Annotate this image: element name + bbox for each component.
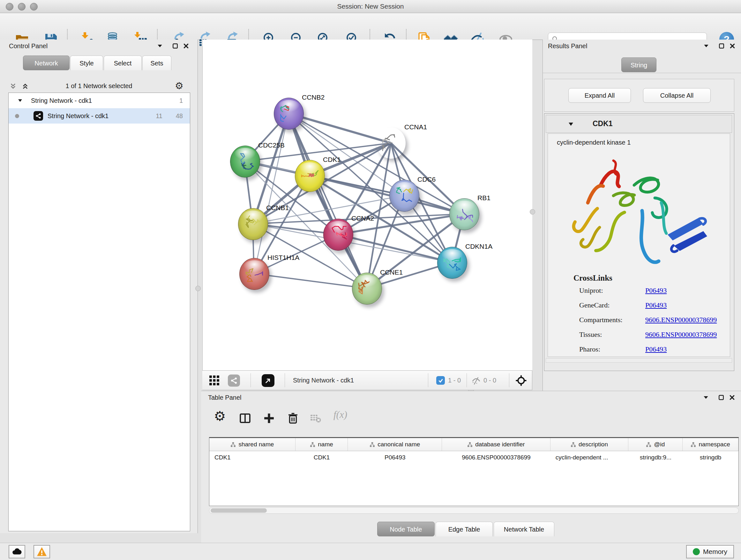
column-header-canonical-name[interactable]: canonical name bbox=[348, 438, 442, 451]
column-header-database-identifier[interactable]: database identifier bbox=[442, 438, 550, 451]
node-label-cdkn1a: CDKN1A bbox=[465, 243, 492, 250]
network-canvas[interactable]: CCNB2CCNA1CDC25BCDK1CDC6RB1CCNB1CCNA2CDK… bbox=[202, 40, 532, 370]
network-node-cdc6[interactable] bbox=[389, 180, 419, 212]
crosslink-label: Pharos: bbox=[579, 345, 600, 353]
table-panel-title: Table Panel bbox=[208, 394, 242, 401]
tab-string[interactable]: String bbox=[621, 57, 657, 72]
column-type-icon bbox=[369, 442, 375, 447]
network-node-ccna1[interactable] bbox=[376, 127, 406, 159]
tab-style[interactable]: Style bbox=[70, 56, 103, 70]
network-view-toolbar: String Network - cdk1 1 - 0 0 - 0 bbox=[202, 370, 532, 390]
crosslink-value-link[interactable]: P06493 bbox=[645, 345, 667, 354]
open-in-window-icon[interactable] bbox=[262, 374, 274, 387]
crosslink-value-link[interactable]: 9606.ENSP00000378699 bbox=[645, 316, 717, 324]
cloud-icon[interactable] bbox=[9, 545, 25, 558]
network-node-ccnb1[interactable] bbox=[238, 208, 268, 240]
column-header-shared-name[interactable]: shared name bbox=[209, 438, 295, 451]
column-header--id[interactable]: @id bbox=[628, 438, 683, 451]
tab-sets[interactable]: Sets bbox=[142, 56, 172, 70]
network-node-ccne1[interactable] bbox=[352, 273, 382, 305]
tab-edge-table[interactable]: Edge Table bbox=[435, 522, 493, 537]
expand-all-button[interactable]: Expand All bbox=[568, 88, 631, 103]
collapse-all-button[interactable]: Collapse All bbox=[643, 88, 711, 103]
tab-network[interactable]: Network bbox=[23, 56, 70, 70]
table-cell[interactable]: 9606.ENSP00000378699 bbox=[442, 451, 550, 464]
selected-checkbox[interactable] bbox=[436, 376, 445, 385]
network-node-hist1h1a[interactable] bbox=[239, 258, 269, 290]
split-columns-icon[interactable] bbox=[239, 412, 252, 425]
collection-expander-icon[interactable] bbox=[17, 98, 23, 103]
memory-button[interactable]: Memory bbox=[686, 545, 734, 558]
node-label-rb1: RB1 bbox=[477, 194, 490, 202]
table-cell[interactable]: P06493 bbox=[348, 451, 442, 464]
column-type-icon bbox=[310, 442, 315, 447]
network-collection-row[interactable]: String Network - cdk1 1 bbox=[9, 93, 190, 108]
column-header-namespace[interactable]: namespace bbox=[683, 438, 738, 451]
node-label-cdc25b: CDC25B bbox=[258, 141, 285, 149]
network-selection-status: 1 of 1 Network selected bbox=[0, 82, 198, 90]
current-network-dot-icon bbox=[15, 114, 19, 118]
float-panel-icon[interactable] bbox=[172, 43, 178, 49]
tab-network-table[interactable]: Network Table bbox=[494, 522, 554, 537]
share-view-icon[interactable] bbox=[228, 374, 240, 387]
close-panel-icon[interactable] bbox=[730, 43, 735, 49]
network-node-ccna2[interactable] bbox=[323, 219, 353, 251]
close-panel-icon[interactable] bbox=[729, 395, 735, 400]
crosslink-label: Tissues: bbox=[579, 330, 602, 338]
grid-view-icon[interactable] bbox=[208, 374, 220, 386]
table-header-row: shared namenamecanonical namedatabase id… bbox=[209, 438, 738, 451]
right-splitter-handle[interactable] bbox=[530, 209, 535, 214]
float-panel-icon[interactable] bbox=[719, 43, 724, 49]
entry-expander-icon[interactable] bbox=[568, 122, 574, 127]
node-label-ccnb1: CCNB1 bbox=[266, 204, 289, 212]
network-node-ccnb2[interactable] bbox=[274, 98, 304, 130]
column-header-name[interactable]: name bbox=[295, 438, 348, 451]
memory-label: Memory bbox=[703, 548, 727, 556]
delete-column-icon[interactable] bbox=[286, 412, 300, 425]
node-label-cdk1: CDK1 bbox=[323, 156, 341, 164]
column-header-description[interactable]: description bbox=[550, 438, 629, 451]
network-node-cdc25b[interactable] bbox=[230, 145, 260, 178]
left-splitter-handle[interactable] bbox=[195, 286, 201, 291]
table-horizontal-scrollbar[interactable] bbox=[209, 507, 739, 514]
collection-label: String Network - cdk1 bbox=[31, 97, 92, 105]
collapse-panel-icon[interactable] bbox=[703, 43, 709, 49]
network-row[interactable]: String Network - cdk1 11 48 bbox=[9, 108, 190, 124]
network-node-cdk1[interactable] bbox=[295, 160, 325, 192]
string-results-list: CDK1 cyclin-dependent kinase 1 bbox=[544, 113, 734, 371]
network-node-count: 11 bbox=[156, 112, 162, 120]
hidden-count: 0 - 0 bbox=[483, 371, 496, 390]
add-column-icon[interactable] bbox=[262, 412, 276, 425]
protein-structure-image bbox=[565, 155, 712, 273]
collapse-panel-icon[interactable] bbox=[703, 395, 709, 400]
tab-node-table[interactable]: Node Table bbox=[377, 522, 434, 537]
fit-content-icon[interactable] bbox=[515, 375, 527, 386]
table-settings-icon[interactable]: ⚙ bbox=[214, 410, 226, 423]
column-type-icon bbox=[230, 442, 236, 447]
results-scrollbar[interactable] bbox=[546, 358, 732, 363]
table-cell[interactable]: cyclin-dependent ... bbox=[550, 451, 629, 464]
table-cell[interactable]: CDK1 bbox=[209, 451, 295, 464]
node-table: shared namenamecanonical namedatabase id… bbox=[209, 437, 739, 506]
table-cell[interactable]: CDK1 bbox=[295, 451, 348, 464]
collapse-panel-icon[interactable] bbox=[157, 43, 163, 49]
close-panel-icon[interactable] bbox=[183, 43, 189, 49]
scrollbar-thumb[interactable] bbox=[211, 508, 267, 513]
crosslink-value-link[interactable]: P06493 bbox=[645, 301, 667, 309]
network-node-rb1[interactable] bbox=[449, 198, 479, 230]
gene-entry-header[interactable]: CDK1 bbox=[546, 115, 732, 133]
table-cell[interactable]: stringdb bbox=[683, 451, 738, 464]
warning-icon[interactable] bbox=[33, 545, 50, 558]
table-row[interactable]: CDK1CDK1P064939606.ENSP00000378699cyclin… bbox=[209, 451, 738, 464]
node-label-cdc6: CDC6 bbox=[417, 176, 435, 183]
control-panel-tabs: NetworkStyleSelectSets bbox=[23, 56, 172, 70]
crosslink-value-link[interactable]: P06493 bbox=[645, 287, 667, 295]
network-node-cdkn1a[interactable] bbox=[437, 247, 467, 279]
node-label-ccne1: CCNE1 bbox=[380, 268, 403, 276]
crosslink-value-link[interactable]: 9606.ENSP00000378699 bbox=[645, 330, 717, 339]
network-options-gear-icon[interactable]: ⚙ bbox=[175, 80, 184, 91]
title-bar: Session: New Session bbox=[0, 0, 741, 13]
tab-select[interactable]: Select bbox=[104, 56, 142, 70]
table-cell[interactable]: stringdb:9... bbox=[628, 451, 683, 464]
float-panel-icon[interactable] bbox=[718, 395, 724, 400]
